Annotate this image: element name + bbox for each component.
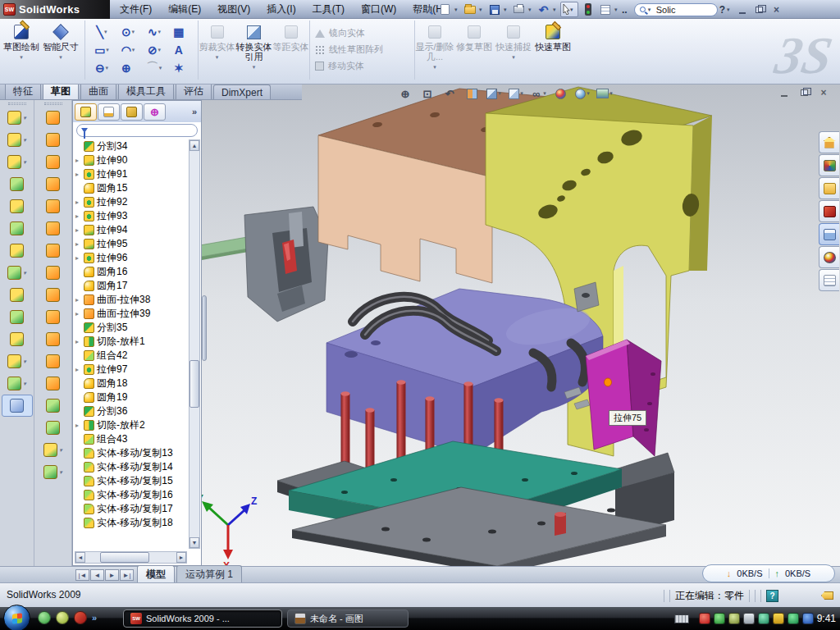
tree-item[interactable]: ▸ 实体-移动/复制16	[75, 488, 187, 502]
section-view-icon[interactable]: ▾	[462, 86, 482, 101]
undo-icon[interactable]: ↶	[536, 2, 551, 17]
sketch-entity-icon[interactable]: ▦▾	[167, 23, 194, 41]
taskbar-task-paint[interactable]: 未命名 - 画图	[287, 609, 409, 628]
sketch-entity-icon[interactable]: ⊘▾	[141, 41, 167, 59]
solidworks-resources-icon[interactable]	[819, 131, 839, 153]
menu-item[interactable]: 视图(V)	[217, 2, 250, 16]
wrap-icon[interactable]: ▾	[2, 240, 33, 262]
lofted-boss-icon[interactable]: ▾	[2, 173, 33, 195]
undo-caret-icon[interactable]: ▾	[553, 7, 559, 13]
tag-icon[interactable]	[821, 591, 833, 600]
tree-item[interactable]: ▸ 圆角15	[75, 181, 187, 195]
edit-appearance-icon[interactable]: ▾	[550, 86, 570, 101]
new-caret-icon[interactable]: ▾	[454, 7, 460, 13]
start-button[interactable]	[3, 605, 30, 630]
apply-scene-icon[interactable]: ▾	[573, 86, 592, 101]
scroll-up-icon[interactable]: ▲	[189, 140, 199, 151]
open-icon[interactable]	[462, 2, 477, 17]
tree-filter-box[interactable]	[76, 124, 198, 137]
interference-check-icon[interactable]	[580, 2, 596, 17]
toolbar-overflow[interactable]: ..	[622, 4, 628, 16]
move-copy-body-icon[interactable]: ▾	[2, 328, 33, 350]
knit-surface-icon[interactable]: ▾	[38, 217, 69, 240]
scroll-down-icon[interactable]: ▼	[189, 537, 199, 548]
hide-show-items-icon[interactable]: ∞ ▾	[528, 86, 548, 101]
search-box[interactable]: ▾ Solic	[634, 3, 718, 16]
shell-icon[interactable]: ▾	[2, 195, 33, 217]
command-tab[interactable]: DimXpert	[213, 84, 271, 99]
sketch-entity-icon[interactable]: ⊙▾	[115, 23, 141, 41]
tree-item[interactable]: ▸ 实体-移动/复制18	[75, 516, 187, 530]
file-explorer-icon[interactable]	[819, 177, 839, 199]
tree-item[interactable]: ▸ 分割36	[75, 404, 187, 418]
options-icon[interactable]	[597, 2, 613, 17]
help-caret-icon[interactable]: ▾	[727, 7, 733, 13]
antivirus-tray-icon[interactable]	[714, 613, 725, 624]
net-speed-widget[interactable]: ↓ 0KB/S ↑ 0KB/S	[702, 564, 835, 582]
update-tray-icon[interactable]	[728, 613, 740, 624]
undercut-analysis-icon[interactable]: ▾	[38, 328, 69, 350]
quick-launch-chevron-icon[interactable]: »	[92, 613, 97, 623]
tree-item[interactable]: ▸ 组合42	[75, 349, 187, 363]
sketch-button[interactable]: 草图绘制 ▾	[2, 21, 41, 62]
radiate-surface-icon[interactable]: ▾	[38, 195, 69, 217]
panel-splitter-handle[interactable]	[202, 295, 207, 361]
draft-analysis-icon[interactable]: ▾	[38, 306, 69, 328]
sketch-entity-icon[interactable]: ▭▾	[89, 41, 115, 59]
property-manager-tab[interactable]	[98, 103, 120, 121]
horizontal-scroll-thumb[interactable]	[100, 552, 149, 563]
tree-vertical-scrollbar[interactable]: ▲ ▼	[189, 139, 200, 549]
restore-button[interactable]	[751, 3, 767, 16]
extend-surface-icon[interactable]: ▾	[38, 262, 69, 284]
tree-item[interactable]: ▸ 圆角17	[75, 279, 187, 293]
dimxpert-manager-tab[interactable]: ⊕	[144, 103, 166, 121]
curves-icon[interactable]: ▾	[2, 372, 33, 395]
sketch-entity-icon[interactable]: ✶▾	[167, 59, 194, 77]
warning-tray-icon[interactable]	[773, 613, 784, 624]
tree-item[interactable]: ▸ 拉伸96	[75, 251, 187, 265]
tree-item[interactable]: ▸ 组合43	[75, 432, 187, 446]
tree-item[interactable]: ▸ 圆角16	[75, 265, 187, 279]
sketch-entity-icon[interactable]: ╲▾	[89, 23, 115, 41]
command-tab[interactable]: 特征	[5, 82, 41, 99]
open-caret-icon[interactable]: ▾	[479, 7, 485, 13]
sketch-caret-icon[interactable]: ▾	[20, 52, 23, 62]
firewall-tray-icon[interactable]	[788, 613, 799, 624]
tree-item[interactable]: ▸ 分割35	[75, 321, 187, 335]
volume-tray-icon[interactable]	[743, 613, 755, 624]
save-caret-icon[interactable]: ▾	[504, 7, 509, 13]
expand-arrow-icon[interactable]: ▸	[75, 422, 83, 429]
expand-arrow-icon[interactable]: ▸	[75, 226, 83, 234]
zoom-to-fit-icon[interactable]: ⊕ ▾	[395, 86, 415, 101]
scroll-right-icon[interactable]: ►	[176, 552, 186, 563]
reference-geometry-icon[interactable]: ▾	[2, 350, 33, 372]
tree-item[interactable]: ▸ 实体-移动/复制13	[75, 446, 187, 460]
input-method-icon[interactable]	[674, 614, 689, 623]
thicken-icon[interactable]: ▾	[38, 284, 69, 306]
sketch-entity-icon[interactable]: ⌒▾	[141, 59, 167, 77]
toolbox-icon[interactable]	[819, 200, 839, 222]
linear-pattern-icon[interactable]: ▾	[2, 262, 33, 284]
expand-arrow-icon[interactable]: ▸	[75, 199, 83, 206]
tree-item[interactable]: ▸ 拉伸94	[75, 223, 187, 237]
design-library-icon[interactable]	[819, 154, 839, 176]
tree-item[interactable]: ▸ 拉伸93	[75, 209, 187, 223]
rib-icon[interactable]: ▾	[2, 217, 33, 240]
menu-item[interactable]: 编辑(E)	[168, 2, 201, 16]
view-settings-icon[interactable]: ▾	[595, 86, 614, 101]
print-caret-icon[interactable]: ▾	[528, 7, 534, 13]
network-tray-icon[interactable]	[758, 613, 769, 624]
shut-off-surfaces-icon[interactable]: ▾	[38, 372, 69, 395]
tree-item[interactable]: ▸ 曲面-拉伸38	[75, 293, 187, 307]
media-quick-launch-icon[interactable]	[56, 611, 69, 624]
view-palette-icon[interactable]	[819, 223, 839, 245]
menu-item[interactable]: 工具(T)	[313, 2, 345, 16]
tree-horizontal-scrollbar[interactable]: ◄ ►	[75, 551, 187, 564]
tree-item[interactable]: ▸ 拉伸90	[75, 153, 187, 167]
sketch-entity-icon[interactable]: ⊖▾	[89, 59, 115, 77]
expand-arrow-icon[interactable]: ▸	[75, 296, 83, 304]
appearances-icon[interactable]	[819, 246, 839, 268]
command-tab[interactable]: 曲面	[80, 82, 116, 99]
tree-item[interactable]: ▸ 切除-放样2	[75, 418, 187, 432]
extruded-cut-icon[interactable]: ▾	[2, 129, 33, 151]
